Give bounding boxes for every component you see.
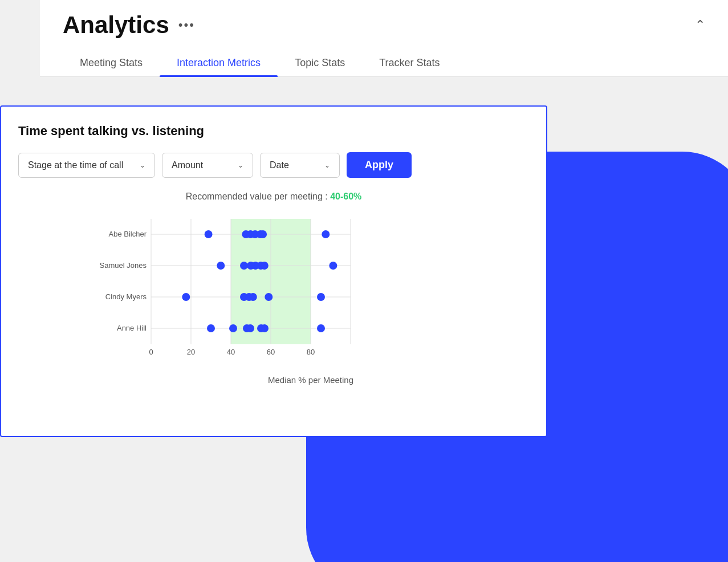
scatter-chart: Abe Bilcher Samuel Jones Cindy Myers Ann…	[92, 219, 529, 367]
chart-container: Abe Bilcher Samuel Jones Cindy Myers Ann…	[18, 219, 529, 419]
x-tick-40: 40	[227, 348, 235, 356]
tab-interaction-metrics[interactable]: Interaction Metrics	[160, 50, 278, 76]
recommended-section: Recommended value per meeting : 40-60%	[18, 192, 529, 202]
card-title: Time spent talking vs. listening	[18, 124, 529, 139]
dot-cindy-4	[249, 293, 257, 301]
x-tick-60: 60	[267, 348, 275, 356]
amount-filter[interactable]: Amount ⌄	[162, 153, 253, 178]
interaction-metrics-card: Time spent talking vs. listening Stage a…	[0, 105, 547, 437]
dot-cindy-1	[182, 293, 190, 301]
header-left: Analytics •••	[63, 11, 195, 39]
date-chevron-down-icon: ⌄	[324, 161, 330, 169]
dot-cindy-6	[317, 293, 325, 301]
dot-cindy-5	[265, 293, 273, 301]
dot-abe-6	[259, 230, 267, 238]
recommended-text: Recommended value per meeting :	[186, 192, 328, 201]
y-label-anne: Anne Hill	[117, 324, 147, 332]
dot-samuel-1	[217, 262, 225, 270]
dot-anne-2	[229, 324, 237, 332]
x-tick-20: 20	[187, 348, 195, 356]
collapse-icon[interactable]: ⌃	[695, 18, 705, 32]
dot-anne-1	[207, 324, 215, 332]
tab-bar: Meeting Stats Interaction Metrics Topic …	[40, 41, 728, 77]
x-tick-80: 80	[307, 348, 315, 356]
x-axis-label: Median % per Meeting	[92, 375, 529, 385]
tab-meeting-stats[interactable]: Meeting Stats	[63, 50, 160, 76]
date-filter[interactable]: Date ⌄	[260, 153, 340, 178]
stage-filter[interactable]: Stage at the time of call ⌄	[18, 153, 155, 178]
stage-chevron-down-icon: ⌄	[140, 161, 145, 169]
dot-anne-4	[246, 324, 254, 332]
dot-samuel-6	[261, 262, 269, 270]
tab-topic-stats[interactable]: Topic Stats	[278, 50, 362, 76]
dot-anne-7	[317, 324, 325, 332]
dot-anne-6	[261, 324, 269, 332]
y-label-abe: Abe Bilcher	[109, 230, 147, 238]
filters-row: Stage at the time of call ⌄ Amount ⌄ Dat…	[18, 152, 529, 178]
y-label-cindy: Cindy Myers	[105, 292, 147, 301]
dot-samuel-3	[240, 262, 248, 270]
y-label-samuel: Samuel Jones	[100, 261, 147, 270]
main-container: Analytics ••• ⌃ Meeting Stats Interactio…	[40, 0, 728, 94]
recommended-value: 40-60%	[330, 192, 361, 201]
tab-gray-section	[40, 77, 728, 94]
dot-abe-1	[205, 230, 213, 238]
dot-samuel-4	[247, 262, 255, 270]
dot-samuel-7	[329, 262, 337, 270]
tab-tracker-stats[interactable]: Tracker Stats	[362, 50, 457, 76]
more-options-icon[interactable]: •••	[178, 18, 195, 32]
header: Analytics ••• ⌃	[40, 0, 728, 39]
stage-filter-label: Stage at the time of call	[28, 160, 123, 170]
page-title: Analytics	[63, 11, 169, 39]
x-tick-0: 0	[149, 348, 153, 356]
apply-button[interactable]: Apply	[347, 152, 412, 178]
date-filter-label: Date	[270, 160, 289, 170]
dot-abe-7	[322, 230, 330, 238]
amount-filter-label: Amount	[172, 160, 203, 170]
amount-chevron-down-icon: ⌄	[238, 161, 243, 169]
